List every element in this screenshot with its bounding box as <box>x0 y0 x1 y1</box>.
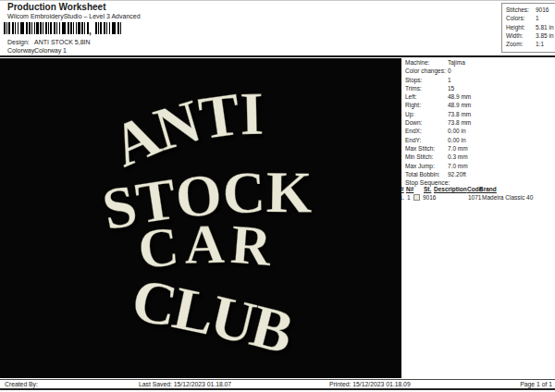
column-header-description: Description <box>434 186 467 192</box>
detail-value: 7.0 mm <box>448 162 468 170</box>
summary-row: Colors:1 <box>502 14 555 22</box>
detail-label: Total Bobbin: <box>405 171 440 178</box>
detail-row: Left:48.9 mm <box>405 92 553 101</box>
detail-label: Max Stitch: <box>405 145 435 152</box>
footer-bottom-rule <box>0 388 555 390</box>
column-header-stitches: St. <box>424 186 431 192</box>
detail-row: Stops:1 <box>405 76 553 84</box>
summary-value: 1 <box>536 14 539 23</box>
summary-label: Width: <box>506 31 523 41</box>
design-name: ANTI STOCK 5,8IN <box>34 39 91 45</box>
detail-label: Down: <box>405 119 422 126</box>
detail-label: Color changes: <box>405 67 446 74</box>
detail-value: 0.00 in <box>448 136 466 144</box>
footer-printed: Printed: 15/12/2023 01.18.09 <box>329 381 411 387</box>
detail-label: EndX: <box>405 128 422 134</box>
design-label: Design: <box>7 39 30 45</box>
detail-label: Left: <box>405 93 417 100</box>
detail-value: 0.3 mm <box>448 153 468 161</box>
colorway-name: Colorway 1 <box>34 47 67 54</box>
summary-row: Zoom:1:1 <box>502 40 555 48</box>
thread-color-fill <box>414 194 420 200</box>
design-preview: ANTI STOCK CAR CLUB <box>0 58 401 378</box>
design-summary-box: Stitches:9016 Colors:1 Height:5.81 in Wi… <box>501 3 555 53</box>
machine-details-panel: Machine:Tajima Color changes:0 Stops:1 T… <box>405 58 553 187</box>
thread-color-swatch <box>413 194 420 201</box>
summary-label: Stitches: <box>506 6 529 15</box>
summary-row: Width:3.85 in <box>502 31 555 40</box>
detail-value: 1 <box>448 76 451 84</box>
design-canvas: ANTI STOCK CAR CLUB <box>0 58 401 378</box>
page-title: Production Worksheet <box>7 2 106 12</box>
barcode-icon <box>4 22 90 34</box>
detail-label: Up: <box>405 111 414 117</box>
detail-value: 48.9 mm <box>448 92 471 101</box>
barcode-separator: , <box>89 26 92 36</box>
thread-brand: Madeira Classic 40 <box>482 194 533 201</box>
detail-row: EndX:0.00 in <box>405 127 553 135</box>
production-worksheet-page: Production Worksheet Wilcom EmbroiderySt… <box>0 0 555 392</box>
footer-page-number: Page 1 of 1 <box>520 381 552 387</box>
detail-row: Min Stitch:0.3 mm <box>405 153 553 161</box>
stop-number: 1. <box>400 194 404 201</box>
summary-row: Stitches:9016 <box>502 6 555 14</box>
software-subtitle: Wilcom EmbroideryStudio – Level 3 Advanc… <box>7 13 141 19</box>
detail-row: EndY:0.00 in <box>405 136 553 144</box>
detail-label: Max Jump: <box>405 163 435 169</box>
detail-label: Min Stitch: <box>405 153 433 160</box>
summary-label: Colors: <box>506 14 525 23</box>
detail-label: Trims: <box>405 85 422 92</box>
detail-row: Trims:15 <box>405 84 553 92</box>
detail-row: Machine:Tajima <box>405 58 553 67</box>
summary-label: Zoom: <box>506 40 523 49</box>
detail-value: 48.9 mm <box>448 101 471 109</box>
column-header-brand: Brand <box>479 186 497 192</box>
detail-value: 73.8 mm <box>448 110 471 118</box>
needle-number: 1 <box>407 194 411 201</box>
detail-row: Color changes:0 <box>405 67 553 75</box>
detail-label: Right: <box>405 102 421 108</box>
stop-sequence-table: # N# St. Description Code Brand 1. 1 901… <box>399 186 554 204</box>
stitch-count: 9016 <box>423 194 436 201</box>
detail-value: 0 <box>448 67 451 75</box>
detail-row: Max Jump:7.0 mm <box>405 162 553 170</box>
detail-label: Machine: <box>405 59 429 66</box>
header-divider <box>0 55 555 57</box>
footer-created-by: Created By: <box>5 381 38 387</box>
summary-value: 9016 <box>536 6 549 15</box>
detail-row: Down:73.8 mm <box>405 118 553 127</box>
footer-last-saved: Last Saved: 15/12/2023 01.18.07 <box>139 381 231 387</box>
barcode-icon <box>95 22 121 34</box>
detail-row: Max Stitch:7.0 mm <box>405 144 553 153</box>
detail-value: 0.00 in <box>448 127 466 135</box>
column-header-num: # <box>401 186 404 192</box>
detail-value: 92.20ft <box>448 170 466 178</box>
detail-value: 73.8 mm <box>448 118 471 127</box>
detail-value: Tajima <box>448 58 465 67</box>
detail-row: Total Bobbin:92.20ft <box>405 170 553 178</box>
detail-value: 7.0 mm <box>448 144 468 153</box>
summary-value: 1:1 <box>536 40 544 49</box>
detail-row: Up:73.8 mm <box>405 110 553 118</box>
column-header-needle: N# <box>406 186 413 192</box>
thread-code: 1071 <box>468 194 481 201</box>
colorway-label: Colorway: <box>7 47 36 54</box>
summary-row: Height:5.81 in <box>502 23 555 31</box>
detail-label: Stops: <box>405 77 422 83</box>
footer-top-rule <box>0 379 555 380</box>
summary-value: 5.81 in <box>536 23 554 32</box>
detail-value: 15 <box>448 84 454 92</box>
summary-label: Height: <box>506 23 525 32</box>
summary-value: 3.85 in <box>536 31 554 41</box>
detail-label: EndY: <box>405 137 421 143</box>
detail-row: Right:48.9 mm <box>405 101 553 109</box>
